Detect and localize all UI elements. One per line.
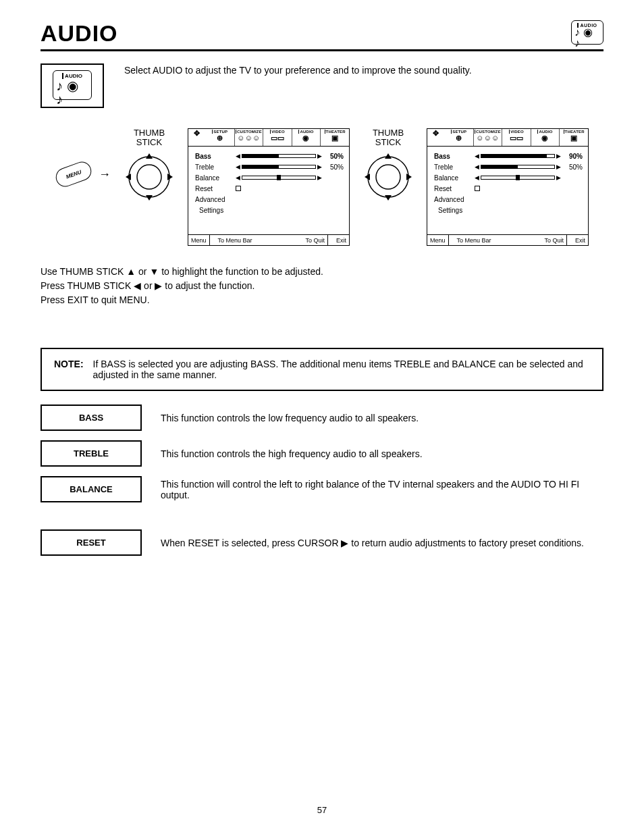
svg-marker-8 <box>385 153 392 159</box>
osd-b-body: Bass ◀▶ 90% Treble ◀▶ 50% Balance ◀▶ Res… <box>427 147 588 234</box>
row-bass[interactable]: Bass ◀▶ 90% <box>434 151 583 161</box>
reset-label: Reset <box>195 185 233 192</box>
row-treble[interactable]: Treble ◀▶ 50% <box>434 161 583 172</box>
checkbox-icon[interactable] <box>236 186 241 191</box>
osd-tab-customize[interactable]: CUSTOMIZE☺☺☺ <box>474 129 503 146</box>
advanced-label-2: Settings <box>195 207 242 214</box>
advanced-label-1: Advanced <box>195 196 242 203</box>
page-number: 57 <box>0 805 644 815</box>
svg-point-0 <box>129 157 169 197</box>
bass-pct: 50% <box>325 153 344 160</box>
svg-marker-5 <box>167 174 173 180</box>
footer-menu[interactable]: Menu <box>188 237 209 244</box>
bass-pct: 90% <box>564 153 583 160</box>
osd-tab-video[interactable]: VIDEO▭▭ <box>502 129 531 146</box>
diagram: MENU → THUMB STICK ✥ SETUP⊕ CUSTOMIZE☺☺☺… <box>41 128 603 246</box>
osd-tab-theater[interactable]: THEATER▣ <box>321 129 349 146</box>
osd-tab-pointer: ✥ <box>427 129 445 146</box>
advanced-label-1: Advanced <box>434 196 481 203</box>
svg-marker-2 <box>146 153 153 159</box>
func-row-balance: BALANCE This function will control the l… <box>41 476 603 502</box>
func-desc-balance: This function will control the left to r… <box>161 479 603 500</box>
thumb-stick-a: THUMB STICK <box>124 128 174 202</box>
osd-tab-theater[interactable]: THEATER▣ <box>560 129 588 146</box>
footer-quit: To Quit <box>302 237 327 244</box>
note-label: NOTE: <box>54 359 84 380</box>
svg-marker-9 <box>385 195 392 201</box>
osd-tab-audio[interactable]: AUDIO◉ <box>531 129 560 146</box>
svg-point-6 <box>368 157 408 197</box>
osd-b-footer: Menu To Menu Bar To Quit Exit <box>427 234 588 245</box>
svg-marker-11 <box>406 174 412 180</box>
thumb-stick-label: THUMB STICK <box>134 128 165 148</box>
instructions: Use THUMB STICK ▲ or ▼ to highlight the … <box>41 265 603 307</box>
menu-button[interactable]: MENU <box>53 159 94 190</box>
footer-bar: To Menu Bar <box>215 237 255 244</box>
row-treble[interactable]: Treble ◀▶ 50% <box>195 161 344 172</box>
instruction-line-1: Use THUMB STICK ▲ or ▼ to highlight the … <box>41 265 603 279</box>
thumb-stick-label: THUMB STICK <box>373 128 404 148</box>
footer-bar: To Menu Bar <box>454 237 494 244</box>
osd-a-tabs: ✥ SETUP⊕ CUSTOMIZE☺☺☺ VIDEO▭▭ AUDIO◉ THE… <box>188 129 349 147</box>
balance-bar[interactable]: ◀▶ <box>236 175 322 181</box>
treble-pct: 50% <box>325 163 344 171</box>
row-advanced[interactable]: Advanced <box>195 194 344 205</box>
balance-bar[interactable]: ◀▶ <box>475 175 561 181</box>
svg-point-7 <box>376 165 400 189</box>
treble-pct: 50% <box>564 163 583 171</box>
footer-quit: To Quit <box>541 237 566 244</box>
audio-icon: ♪ ◉ ♪ <box>56 79 88 106</box>
treble-bar[interactable]: ◀▶ <box>236 164 322 170</box>
row-reset[interactable]: Reset <box>195 183 344 194</box>
row-balance[interactable]: Balance ◀▶ <box>434 172 583 183</box>
checkbox-icon[interactable] <box>475 186 480 191</box>
func-row-bass: BASS This function controls the low freq… <box>41 405 603 431</box>
treble-label: Treble <box>195 163 233 171</box>
footer-menu[interactable]: Menu <box>427 237 448 244</box>
bass-bar[interactable]: ◀▶ <box>475 153 561 159</box>
osd-screen-a: ✥ SETUP⊕ CUSTOMIZE☺☺☺ VIDEO▭▭ AUDIO◉ THE… <box>188 128 350 246</box>
row-bass[interactable]: Bass ◀▶ 50% <box>195 151 344 161</box>
thumb-stick-b: THUMB STICK <box>363 128 413 202</box>
title-rule <box>41 49 603 51</box>
osd-tab-customize[interactable]: CUSTOMIZE☺☺☺ <box>235 129 264 146</box>
func-row-treble: TREBLE This function controls the high f… <box>41 440 603 467</box>
note-text: If BASS is selected you are adjusting BA… <box>93 359 590 380</box>
row-advanced[interactable]: Advanced <box>434 194 583 205</box>
row-balance[interactable]: Balance ◀▶ <box>195 172 344 183</box>
corner-audio-icon: AUDIO ♪ ◉ ♪ <box>571 20 603 45</box>
func-tag-balance: BALANCE <box>41 476 142 502</box>
thumb-stick-icon[interactable] <box>363 152 413 202</box>
audio-icon: ♪ ◉ ♪ <box>574 27 600 49</box>
balance-label: Balance <box>195 174 233 182</box>
func-desc-reset: When RESET is selected, press CURSOR ▶ t… <box>161 538 603 548</box>
footer-exit[interactable]: Exit <box>333 237 349 244</box>
svg-marker-3 <box>146 195 153 201</box>
osd-a-footer: Menu To Menu Bar To Quit Exit <box>188 234 349 245</box>
svg-point-1 <box>137 165 161 189</box>
bass-bar[interactable]: ◀▶ <box>236 153 322 159</box>
treble-label: Treble <box>434 163 472 171</box>
osd-tab-audio[interactable]: AUDIO◉ <box>292 129 321 146</box>
treble-bar[interactable]: ◀▶ <box>475 164 561 170</box>
row-reset[interactable]: Reset <box>434 183 583 194</box>
row-settings: Settings <box>434 205 583 215</box>
osd-tab-pointer: ✥ <box>188 129 206 146</box>
svg-marker-10 <box>365 174 370 180</box>
row-settings: Settings <box>195 205 344 215</box>
osd-tab-setup[interactable]: SETUP⊕ <box>206 129 235 146</box>
osd-a-body: Bass ◀▶ 50% Treble ◀▶ 50% Balance ◀▶ Res… <box>188 147 349 234</box>
svg-marker-4 <box>126 174 131 180</box>
func-tag-reset: RESET <box>41 529 142 556</box>
bass-label: Bass <box>195 153 233 160</box>
footer-exit[interactable]: Exit <box>572 237 588 244</box>
instruction-line-2: Press THUMB STICK ◀ or ▶ to adjust the f… <box>41 279 603 293</box>
note-box: NOTE: If BASS is selected you are adjust… <box>41 348 603 391</box>
reset-label: Reset <box>434 185 472 192</box>
func-tag-bass: BASS <box>41 405 142 431</box>
thumb-stick-icon[interactable] <box>124 152 174 202</box>
func-desc-treble: This function controls the high frequenc… <box>161 448 603 459</box>
instruction-line-3: Press EXIT to quit MENU. <box>41 293 603 307</box>
osd-tab-setup[interactable]: SETUP⊕ <box>445 129 474 146</box>
osd-tab-video[interactable]: VIDEO▭▭ <box>263 129 292 146</box>
